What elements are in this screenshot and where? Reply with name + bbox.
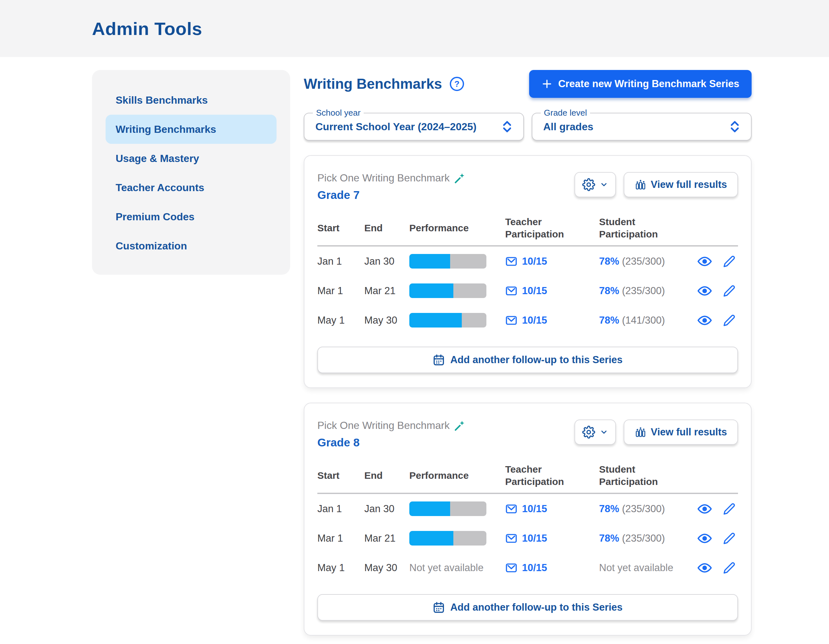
student-participation: 78% (235/300)	[599, 533, 691, 544]
settings-menu-button[interactable]	[574, 172, 616, 197]
view-icon[interactable]	[697, 561, 713, 575]
teacher-participation-value: 10/15	[522, 503, 547, 515]
view-icon[interactable]	[697, 532, 713, 545]
teacher-participation-value: 10/15	[522, 256, 547, 267]
bar-chart-icon	[635, 179, 646, 191]
add-followup-button[interactable]: Add another follow-up to this Series	[317, 347, 738, 373]
sidebar-item-label: Usage & Mastery	[116, 153, 199, 164]
gear-icon	[582, 178, 595, 191]
benchmark-card-grade-8: Pick One Writing Benchmark Grade 8 View …	[304, 402, 752, 636]
sidebar-item-premium-codes[interactable]: Premium Codes	[106, 202, 277, 231]
student-participation-not-available: Not yet available	[599, 562, 673, 573]
view-full-results-label: View full results	[651, 179, 727, 191]
col-header-start: Start	[317, 222, 364, 234]
sidebar-item-teacher-accounts[interactable]: Teacher Accounts	[106, 173, 277, 202]
sidebar-item-skills-benchmarks[interactable]: Skills Benchmarks	[106, 85, 277, 115]
edit-icon[interactable]	[723, 532, 735, 545]
teacher-participation-link[interactable]: 10/15	[505, 532, 599, 545]
teacher-participation-link[interactable]: 10/15	[505, 314, 599, 327]
card-subtitle: Pick One Writing Benchmark	[317, 420, 449, 431]
end-date: May 30	[364, 314, 409, 326]
help-icon[interactable]	[449, 76, 465, 92]
bar-chart-icon	[635, 426, 646, 438]
sidebar-item-label: Teacher Accounts	[116, 182, 204, 194]
col-header-performance: Performance	[409, 222, 484, 234]
student-participation: 78% (235/300)	[599, 503, 691, 515]
magic-wand-icon	[454, 172, 466, 184]
main-content: Writing Benchmarks Create new Writing Be…	[304, 70, 752, 636]
view-full-results-button[interactable]: View full results	[624, 420, 738, 445]
col-header-teacher-participation: Teacher Participation	[505, 463, 580, 488]
edit-icon[interactable]	[723, 285, 735, 297]
col-header-student-participation: Student Participation	[599, 216, 673, 240]
grade-level-select[interactable]: Grade level All grades	[532, 113, 752, 140]
teacher-participation-link[interactable]: 10/15	[505, 255, 599, 268]
envelope-icon	[505, 503, 517, 515]
view-icon[interactable]	[697, 255, 713, 268]
performance-bar-fill	[409, 531, 453, 546]
performance-bar	[409, 254, 486, 268]
teacher-participation-link[interactable]: 10/15	[505, 503, 599, 515]
envelope-icon	[505, 285, 517, 297]
end-date: May 30	[364, 562, 409, 574]
table-row: May 1 May 30 Not yet available 10/15 Not…	[317, 553, 738, 582]
performance-bar	[409, 531, 486, 546]
start-date: May 1	[317, 314, 364, 326]
envelope-icon	[505, 314, 517, 327]
col-header-teacher-participation: Teacher Participation	[505, 216, 580, 240]
view-full-results-label: View full results	[651, 426, 727, 438]
teacher-participation-value: 10/15	[522, 533, 547, 544]
col-header-student-participation: Student Participation	[599, 463, 673, 488]
chevron-down-icon	[600, 428, 608, 436]
edit-icon[interactable]	[723, 562, 735, 574]
edit-icon[interactable]	[723, 255, 735, 268]
table-row: Mar 1 Mar 21 10/15 78% (235/300)	[317, 524, 738, 553]
edit-icon[interactable]	[723, 503, 735, 515]
view-icon[interactable]	[697, 284, 713, 297]
performance-bar-fill	[409, 502, 450, 516]
table-row: Jan 1 Jan 30 10/15 78% (235/300)	[317, 494, 738, 524]
teacher-participation-value: 10/15	[522, 314, 547, 326]
teacher-participation-link[interactable]: 10/15	[505, 285, 599, 297]
add-followup-button[interactable]: Add another follow-up to this Series	[317, 594, 738, 621]
benchmark-card-grade-7: Pick One Writing Benchmark Grade 7 View …	[304, 155, 752, 388]
student-participation: 78% (235/300)	[599, 256, 691, 267]
settings-menu-button[interactable]	[574, 420, 616, 445]
col-header-performance: Performance	[409, 469, 484, 482]
end-date: Jan 30	[364, 503, 409, 515]
envelope-icon	[505, 255, 517, 268]
table-row: Mar 1 Mar 21 10/15 78% (235/300)	[317, 276, 738, 305]
top-bar: Admin Tools	[0, 0, 829, 57]
performance-not-available: Not yet available	[409, 562, 484, 573]
view-icon[interactable]	[697, 314, 713, 327]
calendar-icon	[433, 354, 445, 366]
benchmark-table: Start End Performance Teacher Participat…	[317, 463, 738, 582]
end-date: Jan 30	[364, 256, 409, 267]
add-followup-label: Add another follow-up to this Series	[450, 601, 623, 613]
page-title: Admin Tools	[92, 18, 202, 39]
plus-icon	[541, 78, 552, 89]
student-participation: 78% (235/300)	[599, 285, 691, 297]
calendar-icon	[433, 601, 445, 614]
performance-bar	[409, 313, 486, 328]
envelope-icon	[505, 532, 517, 545]
performance-bar-fill	[409, 254, 450, 268]
teacher-participation-link[interactable]: 10/15	[505, 562, 599, 574]
envelope-icon	[505, 562, 517, 574]
school-year-value: Current School Year (2024–2025)	[315, 121, 476, 133]
sidebar-item-label: Customization	[116, 240, 187, 252]
sidebar-item-usage-mastery[interactable]: Usage & Mastery	[106, 144, 277, 173]
start-date: Jan 1	[317, 503, 364, 515]
card-grade: Grade 7	[317, 189, 466, 202]
sidebar-item-customization[interactable]: Customization	[106, 231, 277, 260]
create-series-button[interactable]: Create new Writing Benchmark Series	[529, 70, 752, 98]
edit-icon[interactable]	[723, 314, 735, 327]
view-icon[interactable]	[697, 502, 713, 515]
school-year-select[interactable]: School year Current School Year (2024–20…	[304, 113, 524, 140]
sidebar-item-writing-benchmarks[interactable]: Writing Benchmarks	[106, 115, 277, 144]
start-date: Mar 1	[317, 285, 364, 297]
view-full-results-button[interactable]: View full results	[624, 172, 738, 197]
end-date: Mar 21	[364, 285, 409, 297]
end-date: Mar 21	[364, 533, 409, 544]
section-title: Writing Benchmarks	[304, 76, 442, 92]
